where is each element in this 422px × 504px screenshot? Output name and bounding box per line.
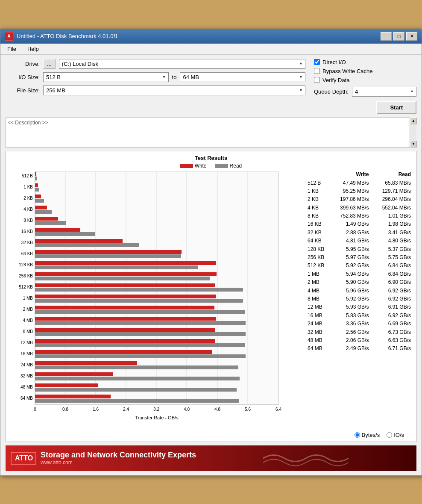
row-read: 552.04 MB/s bbox=[369, 204, 411, 212]
row-write: 5.96 GB/s bbox=[327, 287, 369, 295]
menu-file[interactable]: File bbox=[4, 45, 20, 53]
row-size: 32 KB bbox=[308, 229, 327, 236]
queue-depth-row: Queue Depth: 4 bbox=[314, 87, 416, 97]
direct-io-checkbox[interactable] bbox=[314, 59, 320, 65]
svg-rect-48 bbox=[35, 261, 216, 265]
radio-group: Bytes/s IO/s bbox=[355, 432, 404, 438]
drive-browse-button[interactable]: ... bbox=[43, 59, 56, 69]
svg-text:1 KB: 1 KB bbox=[23, 185, 33, 189]
svg-rect-63 bbox=[35, 343, 245, 347]
svg-rect-42 bbox=[35, 228, 80, 232]
to-label: to bbox=[172, 74, 177, 80]
row-write: 752.83 MB/s bbox=[327, 212, 369, 220]
bottom-section: Bytes/s IO/s bbox=[9, 432, 413, 438]
svg-text:8 KB: 8 KB bbox=[23, 218, 33, 223]
row-size: 8 MB bbox=[308, 295, 327, 303]
table-row: 8 KB 752.83 MB/s 1.01 GB/s bbox=[306, 212, 413, 220]
row-read: 6.90 GB/s bbox=[369, 279, 411, 286]
svg-rect-60 bbox=[35, 328, 215, 332]
queue-depth-label: Queue Depth: bbox=[314, 88, 349, 95]
chart-legend: Write Read bbox=[9, 163, 413, 169]
scroll-down-arrow[interactable]: ▼ bbox=[410, 141, 417, 147]
data-table-header: Write Read bbox=[306, 171, 413, 177]
bytes-radio[interactable] bbox=[355, 432, 360, 438]
start-button[interactable]: Start bbox=[376, 101, 416, 114]
row-write: 3.36 GB/s bbox=[327, 320, 369, 327]
drive-select[interactable]: (C:) Local Disk bbox=[59, 59, 305, 69]
svg-rect-32 bbox=[35, 172, 36, 176]
svg-rect-59 bbox=[35, 321, 246, 325]
io-size-label: I/O Size: bbox=[6, 74, 40, 80]
atto-text: Storage and Network Connectivity Experts… bbox=[41, 451, 196, 466]
drive-label: Drive: bbox=[6, 61, 40, 67]
table-row: 1 MB 5.94 GB/s 6.84 GB/s bbox=[306, 270, 413, 278]
svg-text:0.8: 0.8 bbox=[62, 407, 68, 412]
row-size: 12 MB bbox=[308, 304, 327, 311]
row-write: 2.06 GB/s bbox=[327, 337, 369, 344]
bypass-write-cache-row: Bypass Write Cache bbox=[314, 68, 416, 74]
write-column-header: Write bbox=[327, 171, 369, 177]
row-write: 5.92 GB/s bbox=[327, 295, 369, 303]
svg-rect-70 bbox=[35, 383, 98, 387]
description-text: << Description >> bbox=[8, 120, 48, 126]
atto-wave-decoration bbox=[200, 450, 411, 467]
svg-text:Transfer Rate - GB/s: Transfer Rate - GB/s bbox=[135, 415, 179, 420]
direct-io-row: Direct I/O bbox=[314, 59, 416, 65]
write-legend-item: Write bbox=[180, 163, 207, 169]
verify-data-checkbox[interactable] bbox=[314, 77, 320, 83]
description-box[interactable]: << Description >> bbox=[6, 118, 416, 147]
minimize-button[interactable]: — bbox=[381, 32, 392, 41]
table-row: 1 KB 95.25 MB/s 129.71 MB/s bbox=[306, 187, 413, 195]
right-controls: Direct I/O Bypass Write Cache Verify Dat… bbox=[314, 59, 416, 114]
window-title: Untitled - ATTO Disk Benchmark 4.01.0f1 bbox=[17, 33, 118, 39]
row-read: 1.98 GB/s bbox=[369, 221, 411, 228]
table-row: 12 MB 5.93 GB/s 6.91 GB/s bbox=[306, 303, 413, 311]
bypass-write-cache-label: Bypass Write Cache bbox=[322, 68, 373, 74]
row-read: 4.80 GB/s bbox=[369, 237, 411, 245]
svg-text:256 KB: 256 KB bbox=[19, 274, 33, 278]
row-read: 1.01 GB/s bbox=[369, 212, 411, 220]
table-row: 64 MB 2.49 GB/s 6.71 GB/s bbox=[306, 345, 413, 353]
row-write: 5.92 GB/s bbox=[327, 262, 369, 269]
table-row: 4 KB 399.63 MB/s 552.04 MB/s bbox=[306, 204, 413, 212]
row-size: 256 KB bbox=[308, 254, 327, 261]
row-write: 2.56 GB/s bbox=[327, 329, 369, 336]
io-radio[interactable] bbox=[387, 432, 392, 438]
row-read: 6.92 GB/s bbox=[369, 287, 411, 295]
file-size-select[interactable]: 256 MB bbox=[43, 85, 305, 95]
row-size: 48 MB bbox=[308, 337, 327, 344]
row-write: 47.49 MB/s bbox=[327, 180, 369, 187]
read-legend-item: Read bbox=[215, 163, 242, 169]
row-read: 6.84 GB/s bbox=[369, 262, 411, 269]
table-row: 128 KB 5.95 GB/s 5.37 GB/s bbox=[306, 245, 413, 253]
row-read: 296.04 MB/s bbox=[369, 196, 411, 203]
table-row: 64 KB 4.81 GB/s 4.80 GB/s bbox=[306, 237, 413, 245]
menu-help[interactable]: Help bbox=[24, 45, 42, 53]
row-read: 3.41 GB/s bbox=[369, 229, 411, 236]
io-to-select[interactable]: 64 MB bbox=[180, 72, 305, 82]
row-size: 1 MB bbox=[308, 271, 327, 278]
svg-rect-64 bbox=[35, 350, 212, 354]
bypass-write-cache-checkbox[interactable] bbox=[314, 68, 320, 74]
table-row: 4 MB 5.96 GB/s 6.92 GB/s bbox=[306, 287, 413, 295]
svg-rect-51 bbox=[35, 277, 210, 280]
io-from-select[interactable]: 512 B bbox=[43, 72, 169, 82]
maximize-button[interactable]: □ bbox=[393, 32, 404, 41]
svg-text:6.4: 6.4 bbox=[275, 407, 281, 412]
main-window: A Untitled - ATTO Disk Benchmark 4.01.0f… bbox=[0, 29, 422, 476]
file-size-wrapper: 256 MB bbox=[43, 85, 305, 95]
scroll-up-arrow[interactable]: ▲ bbox=[410, 118, 417, 124]
row-write: 2.49 GB/s bbox=[327, 345, 369, 352]
row-size: 8 KB bbox=[308, 212, 327, 220]
queue-depth-select[interactable]: 4 bbox=[352, 87, 416, 97]
row-read: 6.69 GB/s bbox=[369, 320, 411, 327]
top-controls: Drive: ... (C:) Local Disk I/O Size: 512… bbox=[6, 59, 416, 114]
svg-text:24 MB: 24 MB bbox=[21, 363, 33, 367]
svg-rect-38 bbox=[35, 206, 47, 209]
atto-banner: ATTO Storage and Network Connectivity Ex… bbox=[6, 445, 416, 471]
menu-bar: File Help bbox=[0, 44, 422, 55]
svg-text:64 MB: 64 MB bbox=[21, 396, 33, 401]
close-button[interactable]: ✕ bbox=[406, 32, 417, 41]
svg-rect-37 bbox=[35, 199, 44, 203]
chart-title: Test Results bbox=[9, 155, 413, 161]
